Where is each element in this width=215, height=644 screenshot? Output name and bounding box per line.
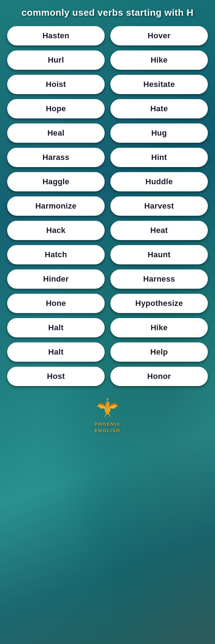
- verb-pill: Harness: [110, 269, 208, 289]
- logo-section: PHOENIX ENGLISH: [95, 395, 121, 434]
- verb-pill: Hesitate: [110, 75, 208, 94]
- phoenix-logo: [95, 395, 120, 420]
- verb-pill: Heal: [7, 123, 105, 143]
- verb-pill: Hug: [110, 123, 208, 143]
- verb-pill: Haunt: [110, 245, 208, 264]
- verb-pill: Hack: [7, 221, 105, 240]
- verb-pill: Harmonize: [7, 196, 105, 216]
- verb-pill: Hone: [7, 294, 105, 313]
- verb-pill: Harass: [7, 148, 105, 167]
- verb-pill: Heat: [110, 221, 208, 240]
- verb-pill: Hate: [110, 99, 208, 118]
- logo-text: PHOENIX ENGLISH: [95, 421, 121, 434]
- verb-pill: Halt: [7, 318, 105, 337]
- verb-pill: Hoist: [7, 75, 105, 94]
- verb-pill: Hike: [110, 50, 208, 70]
- verb-pill: Hatch: [7, 245, 105, 264]
- verb-grid: HastenHoverHurlHikeHoistHesitateHopeHate…: [7, 26, 208, 386]
- verb-pill: Host: [7, 367, 105, 386]
- verb-pill: Help: [110, 342, 208, 362]
- verb-pill: Harvest: [110, 196, 208, 216]
- verb-pill: Hover: [110, 26, 208, 45]
- verb-pill: Huddle: [110, 172, 208, 191]
- verb-pill: Hasten: [7, 26, 105, 45]
- verb-pill: Haggle: [7, 172, 105, 191]
- verb-pill: Honor: [110, 367, 208, 386]
- verb-pill: Halt: [7, 342, 105, 362]
- verb-pill: Hinder: [7, 269, 105, 289]
- page-container: commonly used verbs starting with H Hast…: [0, 0, 215, 445]
- verb-pill: Hike: [110, 318, 208, 337]
- verb-pill: Hint: [110, 148, 208, 167]
- verb-pill: Hope: [7, 99, 105, 118]
- verb-pill: Hurl: [7, 50, 105, 70]
- svg-point-3: [106, 403, 107, 403]
- page-title: commonly used verbs starting with H: [22, 7, 194, 18]
- verb-pill: Hypothesize: [110, 294, 208, 313]
